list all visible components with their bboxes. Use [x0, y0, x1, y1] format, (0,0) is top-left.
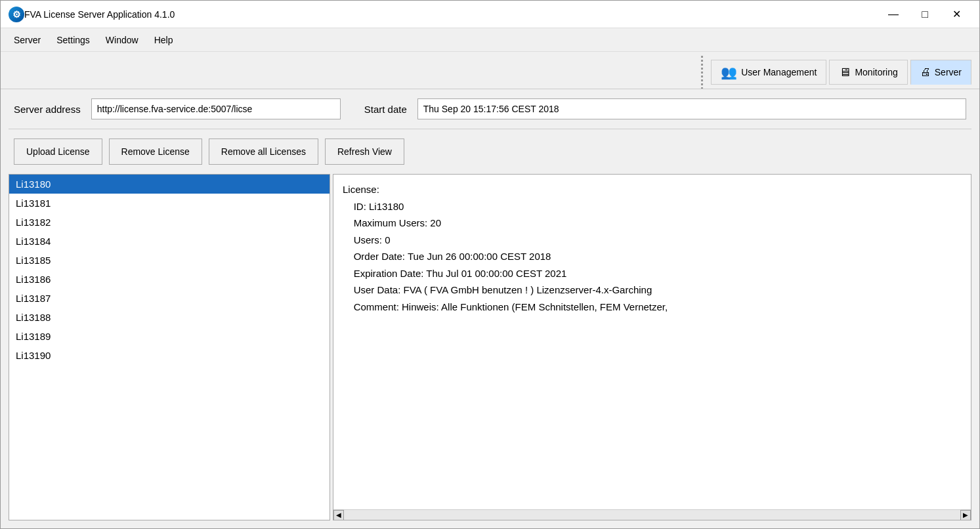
- app-icon: ⚙: [9, 7, 24, 22]
- server-row: Server address Start date: [1, 89, 979, 129]
- tab-server[interactable]: 🖨 Server: [910, 60, 971, 85]
- tab-monitoring-label: Monitoring: [855, 67, 897, 77]
- list-item[interactable]: Li13186: [9, 270, 330, 289]
- start-date-input[interactable]: [417, 98, 966, 119]
- hscroll-track: [344, 511, 960, 520]
- license-detail: License: ID: Li13180 Maximum Users: 20 U…: [333, 175, 971, 509]
- server-address-input[interactable]: [91, 98, 341, 119]
- maximize-button[interactable]: □: [910, 4, 940, 25]
- menu-help[interactable]: Help: [146, 32, 181, 48]
- tab-user-management-label: User Management: [741, 67, 817, 77]
- title-bar: ⚙ FVA License Server Application 4.1.0 —…: [1, 1, 979, 28]
- upload-license-button[interactable]: Upload License: [14, 138, 102, 165]
- menu-settings[interactable]: Settings: [49, 32, 98, 48]
- main-window: ⚙ FVA License Server Application 4.1.0 —…: [0, 0, 980, 529]
- list-item[interactable]: Li13180: [9, 175, 330, 194]
- menu-server[interactable]: Server: [6, 32, 49, 48]
- main-content: Li13180Li13181Li13182Li13184Li13185Li131…: [1, 174, 979, 528]
- start-date-label: Start date: [364, 104, 407, 115]
- toolbar-area: 👥 User Management 🖥 Monitoring 🖨 Server …: [1, 52, 979, 129]
- list-item[interactable]: Li13181: [9, 194, 330, 213]
- list-item[interactable]: Li13190: [9, 346, 330, 365]
- server-address-label: Server address: [14, 104, 81, 115]
- action-bar: Upload License Remove License Remove all…: [1, 129, 979, 174]
- license-list-container: Li13180Li13181Li13182Li13184Li13185Li131…: [9, 174, 330, 520]
- list-item[interactable]: Li13182: [9, 213, 330, 232]
- tab-monitoring[interactable]: 🖥 Monitoring: [829, 60, 907, 85]
- scroll-right-button[interactable]: ▶: [960, 510, 971, 520]
- monitor-icon: 🖥: [839, 66, 851, 79]
- menu-bar: Server Settings Window Help: [1, 28, 979, 52]
- remove-license-button[interactable]: Remove License: [109, 138, 202, 165]
- window-title: FVA License Server Application 4.1.0: [24, 9, 878, 20]
- license-detail-container: License: ID: Li13180 Maximum Users: 20 U…: [333, 174, 971, 520]
- tab-server-label: Server: [935, 67, 962, 77]
- menu-window[interactable]: Window: [98, 32, 146, 48]
- tab-user-management[interactable]: 👥 User Management: [711, 60, 826, 85]
- remove-all-licenses-button[interactable]: Remove all Licenses: [209, 138, 318, 165]
- scroll-left-button[interactable]: ◀: [333, 510, 344, 520]
- tab-bar: 👥 User Management 🖥 Monitoring 🖨 Server: [1, 52, 979, 89]
- list-item[interactable]: Li13184: [9, 232, 330, 251]
- close-button[interactable]: ✕: [941, 4, 971, 25]
- list-item[interactable]: Li13185: [9, 251, 330, 270]
- minimize-button[interactable]: —: [878, 4, 908, 25]
- list-item[interactable]: Li13188: [9, 308, 330, 327]
- list-item[interactable]: Li13187: [9, 289, 330, 308]
- horizontal-scrollbar[interactable]: ◀ ▶: [333, 509, 971, 520]
- refresh-view-button[interactable]: Refresh View: [325, 138, 404, 165]
- window-controls: — □ ✕: [878, 4, 971, 25]
- tab-divider: [701, 56, 703, 89]
- users-icon: 👥: [721, 64, 737, 80]
- license-list[interactable]: Li13180Li13181Li13182Li13184Li13185Li131…: [9, 175, 330, 520]
- list-item[interactable]: Li13189: [9, 327, 330, 346]
- server-icon: 🖨: [920, 66, 931, 78]
